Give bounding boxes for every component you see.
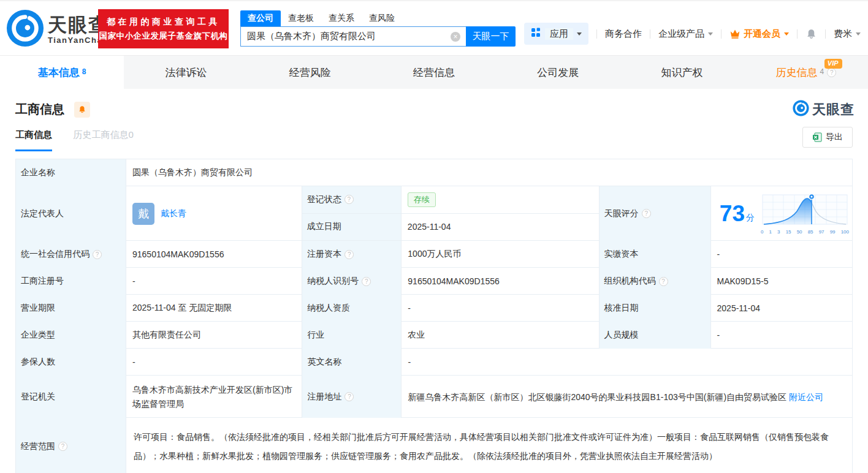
nearby-companies-link[interactable]: 附近公司: [789, 392, 823, 402]
field-label-wrap: 注册地址: [302, 376, 402, 418]
subscribe-bell-icon[interactable]: [74, 102, 90, 118]
notification-bell-icon[interactable]: [805, 28, 817, 40]
field-label: 企业类型: [16, 322, 126, 349]
field-label: 实缴资本: [600, 241, 711, 268]
tab-label: 基本信息: [38, 66, 80, 80]
help-icon[interactable]: [659, 277, 668, 286]
section-title: 工商信息: [15, 101, 64, 118]
tab-basic-info[interactable]: 基本信息 8: [0, 56, 124, 89]
reg-status-cell: 存续: [402, 186, 599, 213]
tab-legal-proceedings[interactable]: 法律诉讼: [124, 56, 248, 89]
company-nav-tabs: 基本信息 8 法律诉讼 经营风险 经营信息 公司发展 知识产权 历史信息 4 V…: [0, 55, 868, 89]
menu-cooperation[interactable]: 商务合作: [605, 28, 642, 40]
help-icon[interactable]: [345, 250, 354, 259]
staff-size-value: -: [711, 322, 852, 349]
establish-date-value: 2025-11-04: [402, 214, 599, 241]
vip-badge: VIP: [824, 59, 842, 69]
field-label-wrap: 注册资本: [302, 241, 402, 268]
menu-open-vip[interactable]: 开通会员: [729, 28, 789, 40]
reg-number-value: -: [126, 268, 302, 295]
tab-label: 法律诉讼: [165, 66, 207, 80]
reg-authority-value: 乌鲁木齐市高新技术产业开发区(新市区)市场监督管理局: [126, 376, 302, 418]
search-tab-relation[interactable]: 查关系: [321, 10, 362, 26]
search-tab-company[interactable]: 查公司: [240, 10, 281, 26]
org-code-value: MAK09D15-5: [711, 268, 852, 295]
divider: [825, 29, 826, 39]
slogan-line2: 国家中小企业发展子基金旗下机构: [99, 31, 228, 42]
clear-search-icon[interactable]: [451, 32, 460, 42]
help-icon[interactable]: [345, 195, 354, 204]
field-label: 纳税人资质: [302, 295, 402, 322]
apps-label: 应用: [545, 28, 573, 40]
help-icon[interactable]: [362, 277, 371, 286]
score-distribution-chart[interactable]: 0 1 3 15 50 85 97 99 100: [760, 192, 850, 235]
menu-enterprise[interactable]: 企业级产品: [658, 28, 713, 40]
tab-intellectual-property[interactable]: 知识产权: [620, 56, 744, 89]
tick: 85: [808, 229, 813, 235]
tianyancha-logo-icon: [793, 100, 809, 119]
reg-address-cell: 新疆乌鲁木齐高新区（新市区）北区银藤街2040号的果业科技园B1-103号中国(…: [402, 376, 852, 418]
reg-address-value: 新疆乌鲁木齐高新区（新市区）北区银藤街2040号的果业科技园B1-103号中国(…: [408, 389, 823, 405]
search-input-wrap: [240, 26, 466, 47]
business-scope-value: 许可项目：食品销售。（依法须经批准的项目，经相关部门批准后方可开展经营活动，具体…: [126, 418, 852, 473]
subrow-establish-date: 成立日期 2025-11-04: [302, 214, 599, 241]
tab-operational-risk[interactable]: 经营风险: [248, 56, 372, 89]
search-tab-risk[interactable]: 查风险: [362, 10, 402, 26]
table-row: 登记机关 乌鲁木齐市高新技术产业开发区(新市区)市场监督管理局 注册地址 新疆乌…: [16, 376, 852, 418]
legal-rep-cell: 戴 戴长青: [126, 186, 302, 241]
tab-label: 知识产权: [661, 66, 703, 80]
paid-capital-value: -: [711, 241, 852, 268]
subtab-business-registration[interactable]: 工商信息: [15, 129, 52, 151]
tick: 100: [841, 229, 849, 235]
insured-count-value: -: [126, 349, 302, 376]
field-label: 登记机关: [16, 376, 126, 418]
business-registration-table: 企业名称 圆果（乌鲁木齐）商贸有限公司 法定代表人 戴 戴长青 登记状态 存续: [15, 159, 853, 473]
search-tabs: 查公司 查老板 查关系 查风险: [240, 10, 516, 26]
tab-history-info[interactable]: 历史信息 4 VIP: [744, 56, 868, 89]
tab-business-info[interactable]: 经营信息: [372, 56, 496, 89]
slogan-line1: 都在用的商业查询工具: [107, 17, 220, 28]
apps-grid-icon: [531, 28, 541, 40]
tick: 99: [830, 229, 836, 235]
export-button[interactable]: 导出: [802, 127, 853, 148]
help-icon[interactable]: [345, 392, 354, 401]
chevron-down-icon: [784, 32, 789, 38]
slogan-banner: 都在用的商业查询工具 国家中小企业发展子基金旗下机构: [98, 9, 229, 48]
tick: 50: [797, 229, 802, 235]
taxpayer-id-value: 91650104MAK09D1556: [402, 268, 599, 295]
crown-icon: [729, 29, 740, 39]
search-button[interactable]: 天眼一下: [466, 26, 516, 47]
field-label-wrap: 组织机构代码: [600, 268, 711, 295]
field-label: 组织机构代码: [604, 276, 656, 287]
status-badge: 存续: [408, 192, 436, 207]
search-input[interactable]: [241, 27, 466, 46]
help-icon[interactable]: [642, 209, 651, 218]
table-row: 企业名称 圆果（乌鲁木齐）商贸有限公司: [16, 159, 852, 186]
field-label: 人员规模: [600, 322, 711, 349]
user-menu[interactable]: 费米: [834, 28, 861, 40]
subtab-history-registration[interactable]: 历史工商信息0: [73, 129, 133, 149]
tab-company-development[interactable]: 公司发展: [496, 56, 620, 89]
field-label: 成立日期: [302, 214, 402, 241]
chevron-down-icon: [708, 32, 713, 38]
tab-label: 经营风险: [289, 66, 331, 80]
table-row: 经营范围 许可项目：食品销售。（依法须经批准的项目，经相关部门批准后方可开展经营…: [16, 418, 852, 473]
tab-label: 公司发展: [537, 66, 579, 80]
field-label: 注册地址: [307, 392, 341, 403]
divider: [721, 29, 721, 39]
table-row: 统一社会信用代码 91650104MAK09D1556 注册资本 1000万人民…: [16, 241, 852, 268]
help-icon[interactable]: [58, 442, 67, 451]
address-text: 新疆乌鲁木齐高新区（新市区）北区银藤街2040号的果业科技园B1-103号中国(…: [408, 392, 786, 402]
field-label: 注册资本: [307, 249, 341, 260]
help-icon[interactable]: [93, 250, 102, 259]
avatar[interactable]: 戴: [132, 203, 154, 225]
tick: 97: [819, 229, 824, 235]
table-row: 参保人数 - 英文名称 -: [16, 349, 852, 376]
score-value: 73: [720, 202, 745, 225]
search-tab-boss[interactable]: 查老板: [281, 10, 321, 26]
table-row: 工商注册号 - 纳税人识别号 91650104MAK09D1556 组织机构代码…: [16, 268, 852, 295]
tick: 3: [777, 229, 780, 235]
field-label: 工商注册号: [16, 268, 126, 295]
apps-menu[interactable]: 应用: [524, 23, 588, 45]
legal-rep-link[interactable]: 戴长青: [161, 208, 186, 219]
